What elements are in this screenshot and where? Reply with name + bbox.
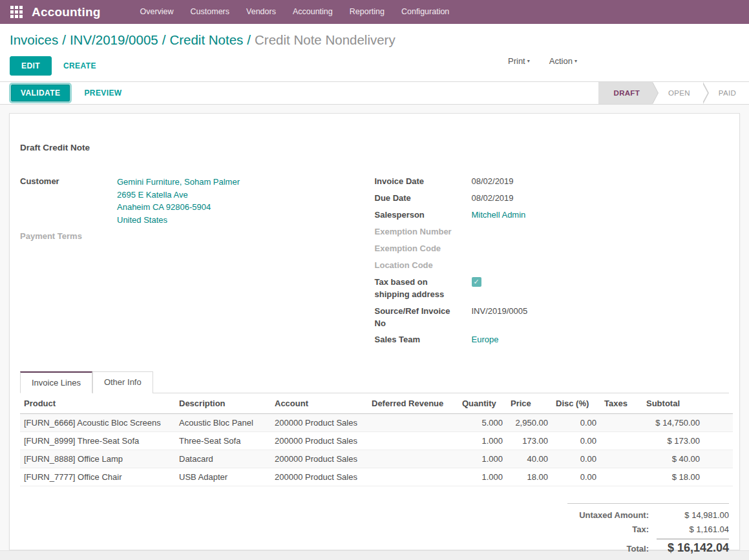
total-value: $ 16,142.04 [657,539,729,555]
breadcrumb-credit-notes[interactable]: Credit Notes [169,32,243,47]
tab-other-info[interactable]: Other Info [92,371,153,393]
preview-button[interactable]: PREVIEW [84,88,121,98]
invoice-date-label: Invoice Date [375,176,472,188]
tax-label: Tax: [632,524,657,534]
status-open[interactable]: OPEN [653,82,703,104]
cell-handle [704,414,733,432]
cell-quantity: 1.000 [458,450,507,468]
col-disc: Disc (%) [552,393,600,414]
col-deferred-revenue: Deferred Revenue [368,393,458,414]
cell-product: [FURN_6666] Acoustic Bloc Screens [20,414,175,432]
cell-disc: 0.00 [552,414,600,432]
cell-price: 173.00 [507,432,552,450]
top-navbar: Accounting Overview Customers Vendors Ac… [0,0,749,24]
salesperson-link[interactable]: Mitchell Admin [472,210,526,220]
col-account: Account [271,393,368,414]
tax-based-label: Tax based on shipping address [375,276,472,301]
menu-overview[interactable]: Overview [132,0,182,24]
due-date-label: Due Date [375,192,472,205]
right-field-group: Invoice Date 08/02/2019 Due Date 08/02/2… [375,176,730,351]
breadcrumb-separator: / [158,32,170,47]
customer-link[interactable]: Gemini Furniture, Soham Palmer [117,177,240,187]
breadcrumb-current: Credit Note Nondelivery [255,32,396,47]
total-label: Total: [627,544,657,555]
source-ref-value: INV/2019/0005 [472,306,528,330]
caret-down-icon: ▾ [527,58,530,64]
validate-button[interactable]: VALIDATE [11,85,70,101]
menu-customers[interactable]: Customers [182,0,238,24]
invoice-line-row[interactable]: [FURN_8888] Office Lamp Datacard 200000 … [20,450,733,468]
source-ref-label: Source/Ref Invoice No [375,306,472,330]
app-title[interactable]: Accounting [32,5,101,19]
cell-price: 18.00 [507,468,552,486]
cell-taxes [600,414,642,432]
tax-based-checkbox[interactable] [472,277,481,287]
table-header-row: Product Description Account Deferred Rev… [20,393,733,414]
col-product: Product [20,393,175,414]
cell-subtotal: $ 18.00 [642,468,704,486]
customer-value: Gemini Furniture, Soham Palmer 2695 E Ka… [117,176,240,226]
cell-description: USB Adapter [175,468,271,486]
cell-subtotal: $ 14,750.00 [642,414,704,432]
col-description: Description [175,393,271,414]
document-title: Draft Credit Note [20,143,729,152]
cell-handle [704,432,733,450]
cell-subtotal: $ 40.00 [642,450,704,468]
customer-street[interactable]: 2695 E Katella Ave [117,190,188,200]
invoice-line-row[interactable]: [FURN_7777] Office Chair USB Adapter 200… [20,468,733,486]
cell-subtotal: $ 173.00 [642,432,704,450]
print-dropdown[interactable]: Print▾ [508,56,530,66]
status-pipeline: DRAFT OPEN PAID [598,82,749,104]
cell-quantity: 1.000 [458,468,507,486]
cell-taxes [600,432,642,450]
invoice-lines-table: Product Description Account Deferred Rev… [20,393,733,486]
cell-account: 200000 Product Sales [271,450,368,468]
notebook-tabs: Invoice Lines Other Info [20,371,729,393]
cell-disc: 0.00 [552,450,600,468]
exemption-number-label: Exemption Number [375,226,472,238]
menu-vendors[interactable]: Vendors [238,0,284,24]
breadcrumb-separator: / [243,32,255,47]
location-code-label: Location Code [375,260,472,272]
cell-quantity: 1.000 [458,432,507,450]
tax-value: $ 1,161.04 [657,524,729,534]
col-subtotal: Subtotal [642,393,704,414]
cell-taxes [600,450,642,468]
sales-team-link[interactable]: Europe [472,335,499,344]
invoice-line-row[interactable]: [FURN_6666] Acoustic Bloc Screens Acoust… [20,414,733,432]
cell-product: [FURN_8999] Three-Seat Sofa [20,432,175,450]
breadcrumb-separator: / [58,32,70,47]
menu-accounting[interactable]: Accounting [284,0,341,24]
cell-taxes [600,468,642,486]
invoice-line-row[interactable]: [FURN_8999] Three-Seat Sofa Three-Seat S… [20,432,733,450]
col-handle [704,393,733,414]
cell-quantity: 5.000 [458,414,507,432]
cell-price: 40.00 [507,450,552,468]
untaxed-amount-value: $ 14,981.00 [657,510,729,520]
breadcrumb-invoice-number[interactable]: INV/2019/0005 [70,32,158,47]
edit-button[interactable]: EDIT [10,56,52,76]
status-draft[interactable]: DRAFT [598,82,653,104]
cell-account: 200000 Product Sales [271,432,368,450]
cell-account: 200000 Product Sales [271,468,368,486]
customer-city[interactable]: Anaheim CA 92806-5904 [117,202,211,212]
cell-account: 200000 Product Sales [271,414,368,432]
cell-product: [FURN_8888] Office Lamp [20,450,175,468]
customer-country[interactable]: United States [117,215,167,225]
due-date-value: 08/02/2019 [472,192,514,205]
apps-grid-icon[interactable] [10,6,23,18]
credit-note-sheet: Draft Credit Note Customer Gemini Furnit… [9,113,740,550]
control-panel: Invoices/INV/2019/0005/Credit Notes/Cred… [0,24,749,81]
sales-team-label: Sales Team [375,334,472,346]
menu-reporting[interactable]: Reporting [341,0,393,24]
payment-terms-label: Payment Terms [20,231,117,243]
menu-configuration[interactable]: Configuration [393,0,458,24]
breadcrumb-invoices[interactable]: Invoices [10,32,58,47]
tab-invoice-lines[interactable]: Invoice Lines [20,371,92,393]
action-dropdown[interactable]: Action▾ [549,56,577,66]
cell-description: Three-Seat Sofa [175,432,271,450]
create-button[interactable]: CREATE [63,61,96,70]
cell-deferred [368,468,458,486]
status-paid[interactable]: PAID [703,82,749,104]
form-view: Draft Credit Note Customer Gemini Furnit… [0,105,749,550]
